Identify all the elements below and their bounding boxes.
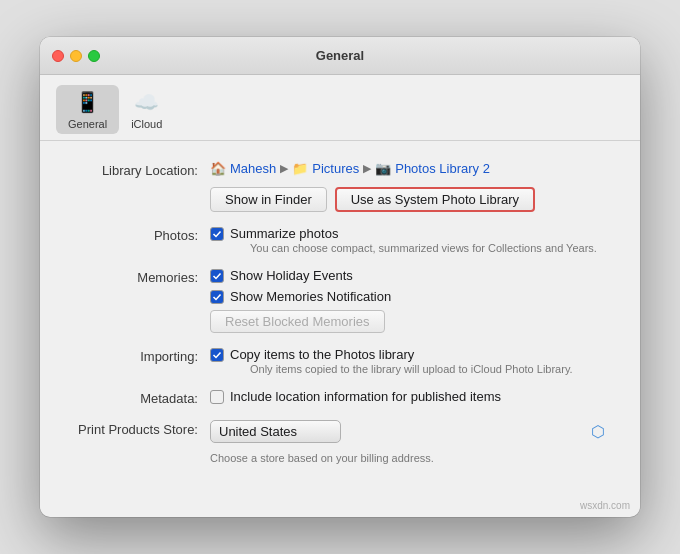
breadcrumb-sep-2: ▶: [363, 162, 371, 175]
copy-items-label-wrap: Copy items to the Photos library Only it…: [230, 347, 573, 375]
holiday-events-checkbox[interactable]: [210, 269, 224, 283]
memories-content: Show Holiday Events Show Memories Notifi…: [210, 268, 610, 333]
location-info-checkbox[interactable]: [210, 390, 224, 404]
importing-content: Copy items to the Photos library Only it…: [210, 347, 610, 375]
copy-items-row: Copy items to the Photos library Only it…: [210, 347, 610, 375]
holiday-events-row: Show Holiday Events: [210, 268, 610, 283]
library-location-row: Library Location: 🏠 Mahesh ▶ 📁 Pictures …: [70, 161, 610, 212]
minimize-button[interactable]: [70, 50, 82, 62]
titlebar: General: [40, 37, 640, 75]
breadcrumb: 🏠 Mahesh ▶ 📁 Pictures ▶ 📷 Photos Library…: [210, 161, 610, 176]
metadata-row: Metadata: Include location information f…: [70, 389, 610, 406]
store-select[interactable]: United States Canada United Kingdom Aust…: [210, 420, 341, 443]
library-buttons: Show in Finder Use as System Photo Libra…: [210, 187, 610, 212]
content-area: Library Location: 🏠 Mahesh ▶ 📁 Pictures …: [40, 141, 640, 498]
print-products-label: Print Products Store:: [70, 420, 210, 437]
show-in-finder-button[interactable]: Show in Finder: [210, 187, 327, 212]
holiday-events-label: Show Holiday Events: [230, 268, 353, 283]
summarize-photos-row: Summarize photos You can choose compact,…: [210, 226, 610, 254]
tab-general[interactable]: 📱 General: [56, 85, 119, 134]
breadcrumb-sep-1: ▶: [280, 162, 288, 175]
memories-row: Memories: Show Holiday Events Show Memor…: [70, 268, 610, 333]
summarize-photos-label: Summarize photos: [230, 226, 597, 241]
breadcrumb-mahesh: Mahesh: [230, 161, 276, 176]
window-title: General: [316, 48, 364, 63]
folder-icon: 📁: [292, 161, 308, 176]
photos-icon: 📷: [375, 161, 391, 176]
close-button[interactable]: [52, 50, 64, 62]
reset-blocked-memories-button[interactable]: Reset Blocked Memories: [210, 310, 385, 333]
importing-label: Importing:: [70, 347, 210, 364]
importing-row: Importing: Copy items to the Photos libr…: [70, 347, 610, 375]
summarize-photos-subtext: You can choose compact, summarized views…: [250, 242, 597, 254]
location-info-label: Include location information for publish…: [230, 389, 501, 404]
tab-icloud-label: iCloud: [131, 118, 162, 130]
store-subtext: Choose a store based on your billing add…: [210, 452, 610, 464]
maximize-button[interactable]: [88, 50, 100, 62]
watermark: wsxdn.com: [40, 498, 640, 517]
library-location-label: Library Location:: [70, 161, 210, 178]
memories-notification-label: Show Memories Notification: [230, 289, 391, 304]
home-icon: 🏠: [210, 161, 226, 176]
photos-label: Photos:: [70, 226, 210, 243]
breadcrumb-pictures: Pictures: [312, 161, 359, 176]
metadata-label: Metadata:: [70, 389, 210, 406]
photos-content: Summarize photos You can choose compact,…: [210, 226, 610, 254]
main-window: General 📱 General ☁️ iCloud Library Loca…: [40, 37, 640, 517]
traffic-lights: [52, 50, 100, 62]
select-arrow-icon: ⬡: [591, 424, 605, 440]
tab-general-label: General: [68, 118, 107, 130]
summarize-photos-label-wrap: Summarize photos You can choose compact,…: [230, 226, 597, 254]
metadata-content: Include location information for publish…: [210, 389, 610, 404]
toolbar: 📱 General ☁️ iCloud: [40, 75, 640, 141]
icloud-icon: ☁️: [134, 89, 160, 115]
memories-notification-row: Show Memories Notification: [210, 289, 610, 304]
memories-notification-checkbox[interactable]: [210, 290, 224, 304]
memories-label: Memories:: [70, 268, 210, 285]
use-as-system-photo-library-button[interactable]: Use as System Photo Library: [335, 187, 535, 212]
general-icon: 📱: [75, 89, 101, 115]
summarize-photos-checkbox[interactable]: [210, 227, 224, 241]
library-location-content: 🏠 Mahesh ▶ 📁 Pictures ▶ 📷 Photos Library…: [210, 161, 610, 212]
print-products-content: United States Canada United Kingdom Aust…: [210, 420, 610, 464]
tab-icloud[interactable]: ☁️ iCloud: [119, 85, 174, 134]
breadcrumb-photoslibrary: Photos Library 2: [395, 161, 490, 176]
copy-items-subtext: Only items copied to the library will up…: [250, 363, 573, 375]
store-select-wrapper: United States Canada United Kingdom Aust…: [210, 420, 610, 443]
copy-items-checkbox[interactable]: [210, 348, 224, 362]
print-products-row: Print Products Store: United States Cana…: [70, 420, 610, 464]
photos-row: Photos: Summarize photos You can choose …: [70, 226, 610, 254]
copy-items-label: Copy items to the Photos library: [230, 347, 573, 362]
location-info-row: Include location information for publish…: [210, 389, 610, 404]
